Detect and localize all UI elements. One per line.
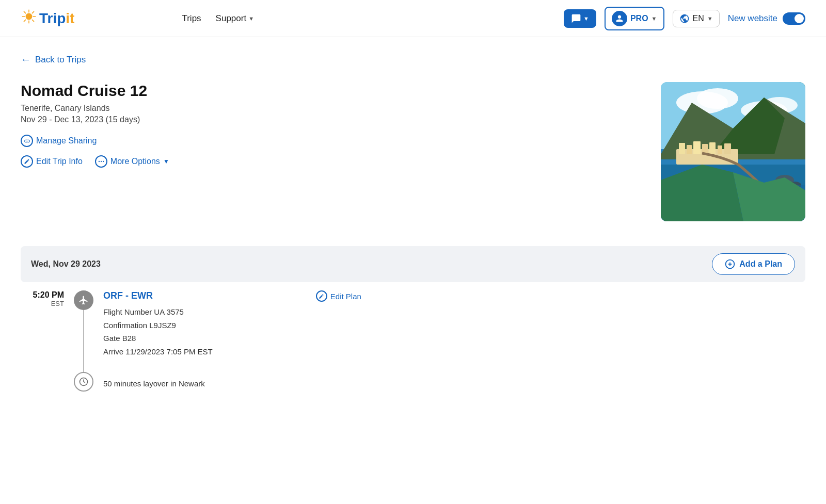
nav-support[interactable]: Support ▼: [216, 13, 254, 24]
flight-details: ORF - EWR Flight Number UA 3575 Confirma…: [103, 290, 213, 358]
pencil-icon: [24, 158, 30, 165]
logo-text: Tripit: [39, 10, 74, 27]
new-website-label: New website: [728, 13, 777, 24]
user-avatar-icon: [612, 11, 627, 26]
flight-arrive: Arrive 11/29/2023 7:05 PM EST: [103, 345, 213, 359]
trip-edit-actions: Edit Trip Info More Options ▼: [21, 155, 169, 168]
edit-trip-info-link[interactable]: Edit Trip Info: [21, 155, 83, 168]
svg-rect-26: [709, 142, 716, 154]
plus-circle-icon: [725, 259, 735, 269]
pro-label: PRO: [630, 14, 648, 23]
svg-line-5: [24, 11, 25, 13]
trip-image: [661, 82, 805, 221]
svg-point-11: [103, 161, 104, 162]
flight-content: ORF - EWR Flight Number UA 3575 Confirma…: [95, 290, 805, 370]
pro-button[interactable]: PRO ▼: [605, 7, 664, 30]
svg-point-0: [26, 13, 33, 20]
back-arrow-icon: ←: [21, 54, 31, 66]
layover-text: 50 minutes layover in Newark: [95, 376, 805, 388]
timeline-line: [83, 310, 84, 372]
svg-line-6: [32, 20, 34, 21]
trip-actions: Manage Sharing: [21, 135, 169, 147]
person-icon: [615, 14, 624, 23]
flight-gate: Gate B28: [103, 332, 213, 345]
clock-icon: [79, 377, 88, 386]
edit-plan-area: Edit Plan: [316, 290, 361, 302]
flight-number: Flight Number UA 3575: [103, 305, 213, 319]
add-plan-button[interactable]: Add a Plan: [712, 253, 795, 275]
timeline: 5:20 PM EST ORF - EWR Flight Number UA 3…: [21, 290, 805, 392]
header-right: ▼ PRO ▼ EN ▼ New website: [564, 7, 805, 30]
svg-line-7: [32, 11, 34, 13]
svg-point-10: [101, 161, 102, 162]
new-website-area: New website: [728, 12, 805, 25]
svg-point-9: [99, 161, 100, 162]
svg-rect-27: [718, 145, 722, 154]
flight-time-col: 5:20 PM EST: [31, 290, 72, 307]
canary-islands-image: [661, 82, 805, 221]
layover-clock-icon: [74, 372, 93, 392]
main-content: ← Back to Trips Nomad Cruise 12 Tenerife…: [0, 37, 826, 408]
trip-dates: Nov 29 - Dec 13, 2023 (15 days): [21, 115, 169, 124]
svg-rect-24: [693, 141, 701, 154]
flight-entry: 5:20 PM EST ORF - EWR Flight Number UA 3…: [31, 290, 805, 372]
logo-icon: [21, 8, 37, 25]
date-label: Wed, Nov 29 2023: [31, 259, 101, 269]
flight-icon: [74, 290, 93, 310]
trip-location: Tenerife, Canary Islands: [21, 104, 169, 113]
globe-icon: [679, 13, 690, 24]
trip-title: Nomad Cruise 12: [21, 82, 169, 100]
edit-icon: [21, 155, 33, 168]
dots-icon: [98, 158, 105, 165]
flight-confirmation: Confirmation L9JSZ9: [103, 319, 213, 332]
edit-plan-link[interactable]: Edit Plan: [316, 290, 361, 302]
edit-plan-pencil-icon: [319, 294, 324, 299]
trip-info: Nomad Cruise 12 Tenerife, Canary Islands…: [21, 82, 169, 168]
logo[interactable]: Tripit: [21, 10, 74, 27]
pro-chevron: ▼: [652, 15, 657, 22]
edit-plan-icon: [316, 290, 327, 302]
airplane-icon: [78, 295, 89, 305]
language-button[interactable]: EN ▼: [673, 10, 720, 27]
nav-trips[interactable]: Trips: [182, 13, 201, 24]
msg-chevron: ▼: [583, 15, 589, 22]
main-nav: Trips Support ▼: [182, 13, 254, 24]
back-to-trips-link[interactable]: ← Back to Trips: [21, 54, 805, 66]
more-options-chevron: ▼: [163, 158, 169, 165]
layover-entry: 50 minutes layover in Newark: [31, 372, 805, 392]
svg-line-8: [24, 20, 25, 21]
chevron-down-icon: ▼: [248, 15, 254, 22]
flight-route: ORF - EWR: [103, 290, 213, 301]
flight-timezone: EST: [31, 300, 64, 307]
lang-chevron: ▼: [707, 15, 713, 22]
trip-header: Nomad Cruise 12 Tenerife, Canary Islands…: [21, 82, 805, 221]
new-website-toggle[interactable]: [783, 12, 805, 25]
flight-time: 5:20 PM: [31, 290, 64, 300]
date-bar: Wed, Nov 29 2023 Add a Plan: [21, 246, 805, 282]
chat-icon: [571, 13, 581, 24]
layover-icon-col: [72, 372, 95, 392]
more-options-link[interactable]: More Options ▼: [95, 155, 169, 168]
manage-sharing-link[interactable]: Manage Sharing: [21, 135, 97, 147]
flight-row: ORF - EWR Flight Number UA 3575 Confirma…: [103, 290, 805, 358]
flight-icon-col: [72, 290, 95, 372]
svg-rect-23: [687, 145, 692, 154]
messages-button[interactable]: ▼: [564, 9, 596, 28]
header: Tripit Trips Support ▼ ▼ PRO ▼: [0, 0, 826, 37]
sharing-icon: [21, 135, 33, 147]
link-icon: [24, 138, 30, 144]
svg-rect-22: [679, 143, 685, 154]
svg-rect-28: [724, 143, 731, 154]
svg-point-14: [697, 88, 738, 109]
lang-label: EN: [693, 14, 704, 23]
more-options-icon: [95, 155, 107, 168]
